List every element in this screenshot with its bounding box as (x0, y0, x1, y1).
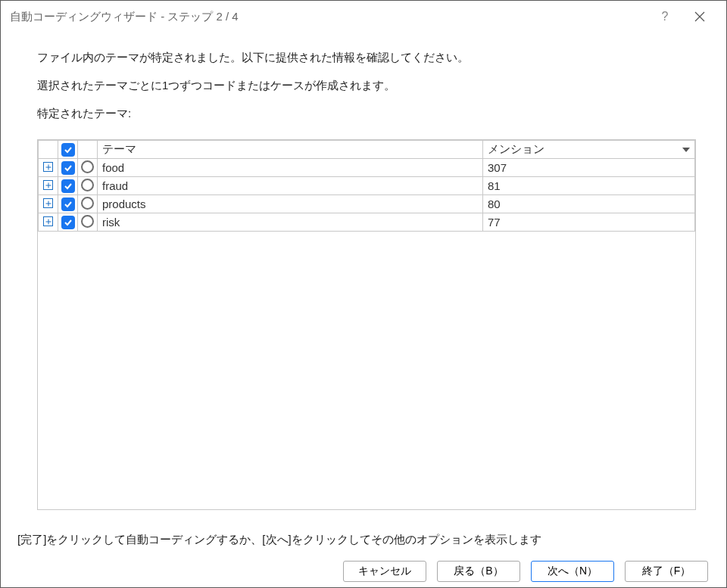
header-circle (78, 141, 98, 159)
expand-icon (43, 180, 53, 190)
checkbox-checked-icon (61, 216, 75, 229)
checkbox-checked-icon (61, 198, 75, 211)
content-area: ファイル内のテーマが特定されました。以下に提供された情報を確認してください。 選… (1, 33, 726, 518)
themes-table-container[interactable]: テーマ メンション food 307 (37, 139, 696, 510)
intro-text-3: 特定されたテーマ: (37, 107, 696, 121)
mention-cell: 80 (483, 195, 695, 213)
help-button[interactable]: ? (647, 1, 682, 33)
expand-icon (43, 162, 53, 172)
finish-button[interactable]: 終了（F） (625, 561, 708, 582)
checkbox-checked-icon (61, 179, 75, 193)
cancel-button[interactable]: キャンセル (343, 561, 426, 582)
close-icon (694, 11, 705, 22)
theme-cell: risk (98, 213, 483, 232)
titlebar: 自動コーディングウィザード - ステップ 2 / 4 ? (1, 1, 726, 33)
sort-desc-icon (682, 148, 690, 152)
table-row[interactable]: products 80 (39, 195, 695, 213)
node-cell[interactable] (78, 213, 98, 232)
checkbox-cell[interactable] (58, 195, 78, 213)
checkbox-cell[interactable] (58, 177, 78, 195)
expand-cell[interactable] (39, 177, 58, 195)
expand-cell[interactable] (39, 213, 58, 232)
node-cell[interactable] (78, 159, 98, 177)
checkbox-cell[interactable] (58, 213, 78, 232)
header-mention[interactable]: メンション (483, 141, 695, 159)
node-cell[interactable] (78, 177, 98, 195)
theme-cell: products (98, 195, 483, 213)
back-button[interactable]: 戻る（B） (437, 561, 520, 582)
header-expand (39, 141, 58, 159)
expand-icon (43, 216, 53, 226)
expand-icon (43, 198, 53, 208)
expand-cell[interactable] (39, 159, 58, 177)
node-circle-icon (81, 160, 94, 173)
expand-cell[interactable] (39, 195, 58, 213)
theme-cell: food (98, 159, 483, 177)
mention-cell: 307 (483, 159, 695, 177)
header-theme-label: テーマ (102, 142, 136, 155)
checkbox-checked-icon (61, 161, 75, 175)
node-circle-icon (81, 197, 94, 210)
node-circle-icon (81, 179, 94, 191)
mention-cell: 81 (483, 177, 695, 195)
mention-cell: 77 (483, 213, 695, 232)
next-button[interactable]: 次へ（N） (531, 561, 614, 582)
node-cell[interactable] (78, 195, 98, 213)
header-theme[interactable]: テーマ (98, 141, 483, 159)
intro-text-2: 選択されたテーマごとに1つずつコードまたはケースが作成されます。 (37, 79, 696, 93)
dialog-title: 自動コーディングウィザード - ステップ 2 / 4 (10, 10, 647, 24)
table-row[interactable]: risk 77 (39, 213, 695, 232)
table-header-row: テーマ メンション (39, 141, 695, 159)
header-check-all[interactable] (58, 141, 78, 159)
table-row[interactable]: food 307 (39, 159, 695, 177)
theme-cell: fraud (98, 177, 483, 195)
button-row: キャンセル 戻る（B） 次へ（N） 終了（F） (1, 561, 726, 588)
close-button[interactable] (682, 1, 717, 33)
table-row[interactable]: fraud 81 (39, 177, 695, 195)
help-icon: ? (662, 10, 669, 23)
themes-table: テーマ メンション food 307 (38, 140, 695, 232)
intro-text-1: ファイル内のテーマが特定されました。以下に提供された情報を確認してください。 (37, 51, 696, 65)
wizard-dialog: 自動コーディングウィザード - ステップ 2 / 4 ? ファイル内のテーマが特… (0, 0, 727, 588)
node-circle-icon (81, 215, 94, 228)
header-mention-label: メンション (488, 142, 544, 155)
footer-hint: [完了]をクリックして自動コーディングするか、[次へ]をクリックしてその他のオプ… (1, 518, 726, 561)
checkbox-checked-icon (61, 143, 75, 157)
checkbox-cell[interactable] (58, 159, 78, 177)
